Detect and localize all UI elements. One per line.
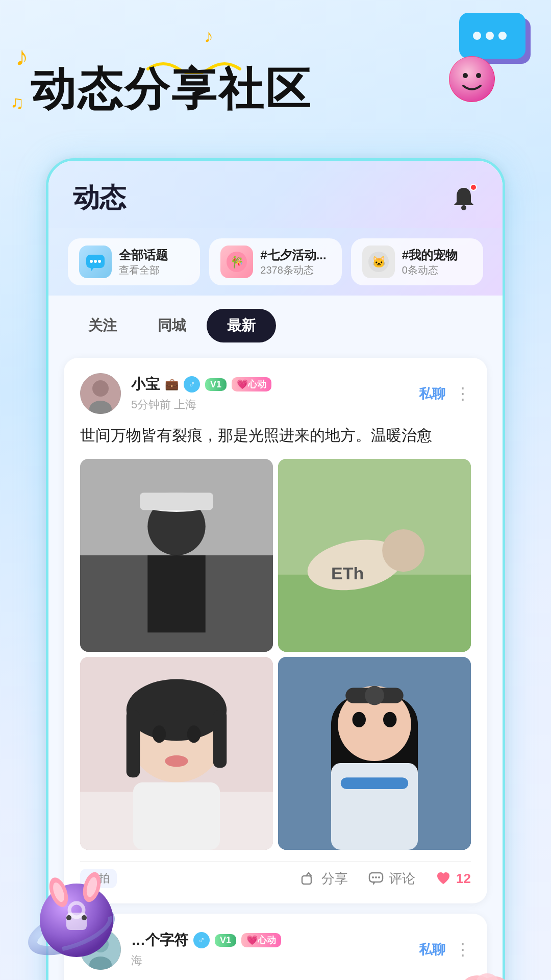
post-header-1: 小宝 💼 ♂ V1 💗心动 5分钟前 上海 私聊 ⋮	[80, 373, 471, 414]
svg-marker-55	[372, 882, 375, 885]
svg-point-31	[382, 529, 424, 572]
gender-badge-1: ♂	[184, 376, 200, 393]
svg-point-13	[98, 260, 101, 263]
topic-text-qixi: #七夕活动... 2378条动态	[260, 247, 326, 277]
app-header: 动态	[48, 161, 503, 228]
tab-follow[interactable]: 关注	[68, 309, 137, 342]
svg-rect-52	[341, 777, 408, 789]
topic-icon-qixi: 🎋	[220, 246, 253, 278]
music-note-icon-3: ♪	[204, 26, 213, 47]
svg-point-49	[353, 712, 366, 727]
svg-point-11	[90, 260, 93, 263]
briefcase-icon: 💼	[165, 378, 179, 391]
xindong-badge-1: 💗心动	[232, 377, 271, 391]
v1-badge-1: V1	[205, 378, 227, 391]
post-image-4[interactable]	[278, 657, 471, 850]
topic-card-all[interactable]: 全部话题 查看全部	[68, 238, 200, 285]
post-image-2[interactable]: ETh	[278, 459, 471, 652]
music-note-icon-2: ♫	[10, 92, 24, 113]
avatar-1	[80, 373, 121, 414]
svg-point-20	[92, 380, 109, 397]
svg-point-83	[476, 973, 498, 980]
user-info-2: …个字符 ♂ V1 💗心动 海	[131, 930, 281, 968]
svg-rect-37	[127, 710, 140, 777]
svg-point-3	[486, 32, 494, 40]
svg-text:🎋: 🎋	[230, 255, 244, 269]
post-image-1[interactable]	[80, 459, 273, 652]
comment-icon	[368, 871, 384, 886]
phone-mockup: 动态	[46, 158, 505, 980]
xindong-badge-2: 💗心动	[241, 933, 281, 947]
post-card-1: 小宝 💼 ♂ V1 💗心动 5分钟前 上海 私聊 ⋮	[64, 358, 487, 903]
smiley-decoration	[449, 56, 495, 102]
svg-text:🐱: 🐱	[371, 255, 386, 269]
topics-row: 全部话题 查看全部 🎋 #七夕活动... 2378条动态	[48, 228, 503, 296]
nav-tabs: 关注 同城 最新	[48, 296, 503, 348]
post-actions-1: 私聊 ⋮	[419, 384, 471, 403]
tab-latest[interactable]: 最新	[207, 309, 276, 342]
topic-count-qixi: 2378条动态	[260, 263, 326, 277]
svg-point-50	[383, 712, 396, 727]
topic-card-pet[interactable]: 🐱 #我的宠物 0条动态	[351, 238, 483, 285]
post-actions-2: 私聊 ⋮	[419, 940, 471, 959]
user-info-1: 小宝 💼 ♂ V1 💗心动 5分钟前 上海	[131, 375, 271, 412]
gender-badge-2: ♂	[193, 932, 210, 948]
svg-point-57	[375, 876, 377, 878]
username-2: …个字符	[131, 930, 188, 950]
svg-rect-27	[140, 493, 213, 510]
svg-point-12	[94, 260, 97, 263]
svg-point-39	[153, 725, 166, 743]
topic-name-pet: #我的宠物	[402, 247, 458, 263]
topic-icon-all	[79, 246, 112, 278]
comment-label: 评论	[389, 870, 415, 888]
svg-point-40	[187, 725, 201, 743]
share-button-1[interactable]: 分享	[301, 870, 348, 888]
post-header-2: …个字符 ♂ V1 💗心动 海 私聊 ⋮	[80, 929, 471, 970]
svg-point-9	[461, 205, 466, 210]
svg-point-4	[498, 32, 507, 40]
username-1: 小宝	[131, 375, 160, 394]
private-chat-button-2[interactable]: 私聊	[419, 941, 445, 959]
post-meta-1: 5分钟前 上海	[131, 397, 271, 412]
tab-nearby[interactable]: 同城	[137, 309, 207, 342]
topic-count-all: 查看全部	[119, 263, 168, 277]
svg-rect-51	[331, 763, 418, 850]
phone-frame: 动态	[46, 158, 505, 980]
music-note-icon-1: ♪	[15, 41, 29, 71]
post-image-grid-1: ETh	[80, 459, 471, 850]
svg-point-77	[66, 915, 71, 920]
heart-icon	[436, 871, 451, 886]
topic-text-pet: #我的宠物 0条动态	[402, 247, 458, 277]
hero-title: 动态分享社区	[31, 65, 312, 114]
hero-section: ♪ ♫ ♪	[0, 0, 551, 158]
svg-rect-29	[278, 575, 471, 652]
svg-rect-38	[213, 710, 227, 768]
page-title: 动态	[73, 180, 126, 216]
topic-card-qixi[interactable]: 🎋 #七夕活动... 2378条动态	[209, 238, 341, 285]
v1-badge-2: V1	[215, 934, 236, 947]
topic-count-pet: 0条动态	[402, 263, 458, 277]
svg-marker-14	[90, 267, 94, 271]
more-button-1[interactable]: ⋮	[455, 384, 471, 403]
private-chat-button-1[interactable]: 私聊	[419, 385, 445, 403]
post-image-3[interactable]	[80, 657, 273, 850]
svg-rect-25	[147, 555, 205, 632]
bunny-decoration	[20, 864, 133, 976]
svg-point-48	[365, 686, 384, 705]
svg-point-8	[476, 73, 481, 78]
post-meta-2: 海	[131, 953, 281, 968]
topic-text-all: 全部话题 查看全部	[119, 247, 168, 277]
svg-point-58	[378, 876, 380, 878]
like-button-1[interactable]: 12	[436, 871, 471, 887]
svg-point-6	[449, 57, 494, 102]
post-footer-1: 自拍 分享	[80, 861, 471, 888]
svg-text:ETh: ETh	[331, 564, 364, 583]
svg-point-56	[372, 876, 374, 878]
like-count-1: 12	[456, 871, 471, 887]
comment-button-1[interactable]: 评论	[368, 870, 415, 888]
notification-dot	[470, 184, 477, 191]
svg-rect-53	[302, 876, 311, 884]
topic-name-qixi: #七夕活动...	[260, 247, 326, 263]
more-button-2[interactable]: ⋮	[455, 940, 471, 959]
notification-button[interactable]	[449, 184, 478, 212]
